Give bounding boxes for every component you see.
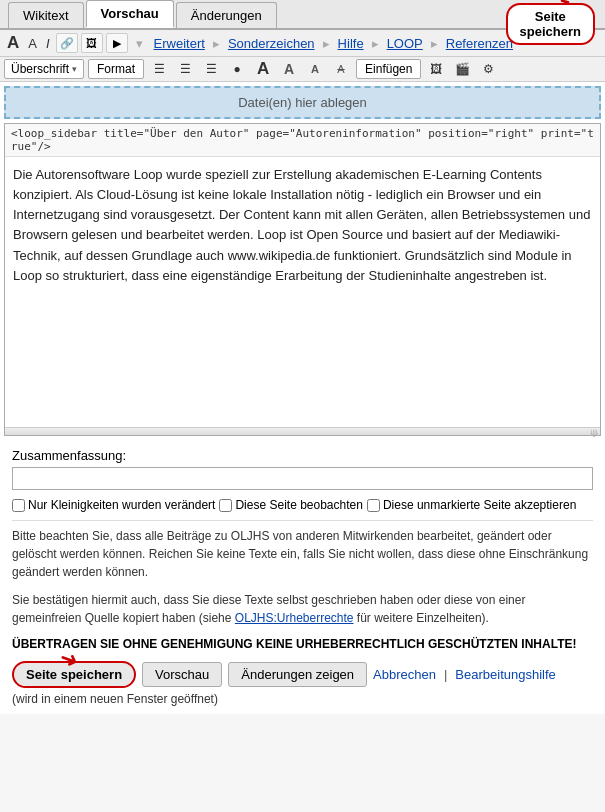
checkbox-beobachten[interactable] xyxy=(219,499,232,512)
editor-paragraph: Die Autorensoftware Loop wurde speziell … xyxy=(13,167,590,283)
info1-text: Bitte beachten Sie, dass alle Beiträge z… xyxy=(12,529,588,579)
info2-after-text: für weitere Einzelheiten). xyxy=(354,611,489,625)
zusammenfassung-input[interactable] xyxy=(12,467,593,490)
heading-label: Überschrift xyxy=(11,62,69,76)
heading-dropdown[interactable]: Überschrift ▾ xyxy=(4,59,84,79)
list-bullet-icon[interactable]: ● xyxy=(226,59,248,79)
heading-arrow-icon: ▾ xyxy=(72,64,77,74)
checkbox-unmarkiert-text: Diese unmarkierte Seite akzeptieren xyxy=(383,498,576,512)
checkbox-unmarkiert-label[interactable]: Diese unmarkierte Seite akzeptieren xyxy=(367,498,576,512)
checkbox-kleinigkeiten[interactable] xyxy=(12,499,25,512)
new-window-note: (wird in einem neuen Fenster geöffnet) xyxy=(12,692,593,706)
link-icon[interactable]: 🔗 xyxy=(56,33,78,53)
tab-aenderungen[interactable]: Änderungen xyxy=(176,2,277,28)
arrow-sep4: ▸ xyxy=(431,36,438,51)
checkbox-beobachten-text: Diese Seite beobachten xyxy=(235,498,362,512)
sonderzeichen-link[interactable]: Sonderzeichen xyxy=(225,35,318,52)
list-ul-icon[interactable]: ☰ xyxy=(148,59,170,79)
pipe-divider: | xyxy=(444,667,447,682)
bearbeitungshilfe-link[interactable]: Bearbeitungshilfe xyxy=(455,667,555,682)
checkbox-beobachten-label[interactable]: Diese Seite beobachten xyxy=(219,498,362,512)
editor-resize-handle[interactable]: ⟱ xyxy=(5,427,600,435)
tab-wikitext[interactable]: Wikitext xyxy=(8,2,84,28)
dropzone[interactable]: Datei(en) hier ablegen xyxy=(4,86,601,119)
editor-content-area[interactable]: Die Autorensoftware Loop wurde speziell … xyxy=(5,157,600,427)
info-text-2: Sie bestätigen hiermit auch, dass Sie di… xyxy=(12,591,593,627)
media-icon[interactable]: ▶ xyxy=(106,33,128,53)
tab-vorschau[interactable]: Vorschau xyxy=(86,0,174,28)
section-divider1 xyxy=(12,520,593,521)
save-button-top[interactable]: Seite speichern xyxy=(506,3,595,45)
einfuegen-button[interactable]: Einfügen xyxy=(356,59,421,79)
size-small-icon[interactable]: A xyxy=(304,59,326,79)
abbrechen-link[interactable]: Abbrechen xyxy=(373,667,436,682)
checkbox-unmarkiert[interactable] xyxy=(367,499,380,512)
referenzen-link[interactable]: Referenzen xyxy=(443,35,516,52)
hilfe-link[interactable]: Hilfe xyxy=(335,35,367,52)
loop-link[interactable]: LOOP xyxy=(384,35,426,52)
editor-wrap: <loop_sidebar title="Über den Autor" pag… xyxy=(4,123,601,436)
checkbox-kleinigkeiten-label[interactable]: Nur Kleinigkeiten wurden verändert xyxy=(12,498,215,512)
arrow-sep2: ▸ xyxy=(323,36,330,51)
video-icon[interactable]: 🎬 xyxy=(451,59,473,79)
dropzone-text: Datei(en) hier ablegen xyxy=(238,95,367,110)
size-large-icon[interactable]: A xyxy=(252,59,274,79)
erweitert-link[interactable]: Erweitert xyxy=(151,35,208,52)
vorschau-button[interactable]: Vorschau xyxy=(142,662,222,687)
strikethrough-icon[interactable]: A xyxy=(330,59,352,79)
editor-code-line: <loop_sidebar title="Über den Autor" pag… xyxy=(5,124,600,157)
toolbar-row2: Überschrift ▾ Format ☰ ☰ ☰ ● A A A A Ein… xyxy=(0,57,605,82)
format-button[interactable]: Format xyxy=(88,59,144,79)
image-icon[interactable]: 🖼 xyxy=(81,33,103,53)
bold-small-btn[interactable]: A xyxy=(25,35,40,52)
bold-warning-text: ÜBERTRAGEN SIE OHNE GENEHMIGUNG KEINE UR… xyxy=(12,637,593,651)
action-row: ➜ Seite speichern Vorschau Änderungen ze… xyxy=(12,661,593,688)
arrow-sep1: ▸ xyxy=(213,36,220,51)
tab-bar: Wikitext Vorschau Änderungen ➜ Seite spe… xyxy=(0,0,605,30)
gear-icon[interactable]: ⚙ xyxy=(477,59,499,79)
img2-icon[interactable]: 🖼 xyxy=(425,59,447,79)
size-medium-icon[interactable]: A xyxy=(278,59,300,79)
below-editor: Zusammenfassung: Nur Kleinigkeiten wurde… xyxy=(0,440,605,714)
sep-icon: ▾ xyxy=(133,35,146,52)
checkbox-kleinigkeiten-text: Nur Kleinigkeiten wurden verändert xyxy=(28,498,215,512)
bold-large-btn[interactable]: A xyxy=(4,32,22,54)
urheberrechte-link[interactable]: OLJHS:Urheberrechte xyxy=(235,611,354,625)
arrow-sep3: ▸ xyxy=(372,36,379,51)
list-indent-icon[interactable]: ☰ xyxy=(200,59,222,79)
italic-btn[interactable]: I xyxy=(43,35,53,52)
list-ol-icon[interactable]: ☰ xyxy=(174,59,196,79)
info-text-1: Bitte beachten Sie, dass alle Beiträge z… xyxy=(12,527,593,581)
checkboxes-row: Nur Kleinigkeiten wurden verändert Diese… xyxy=(12,498,593,512)
zusammenfassung-label: Zusammenfassung: xyxy=(12,448,593,463)
aenderungen-button[interactable]: Änderungen zeigen xyxy=(228,662,367,687)
